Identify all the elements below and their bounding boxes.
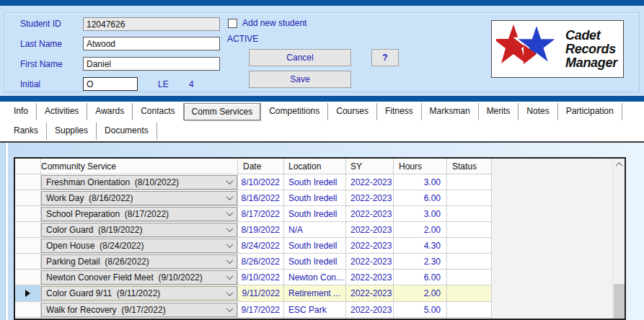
- row-selector-cell[interactable]: [15, 222, 41, 238]
- hours-cell[interactable]: 6.00: [394, 190, 447, 206]
- row-selector-cell[interactable]: [15, 254, 41, 270]
- tab-notes[interactable]: Notes: [519, 104, 557, 119]
- tab-competitions[interactable]: Competitions: [261, 104, 327, 119]
- tab-supplies[interactable]: Supplies: [47, 123, 96, 138]
- status-cell[interactable]: [447, 238, 492, 254]
- tab-info[interactable]: Info: [6, 104, 36, 119]
- status-cell[interactable]: [447, 302, 492, 318]
- last-name-field[interactable]: [83, 37, 220, 50]
- scrollbar-thumb[interactable]: [614, 284, 625, 320]
- help-button[interactable]: ?: [371, 49, 399, 66]
- status-cell[interactable]: [447, 206, 492, 222]
- service-combobox[interactable]: Freshman Orientation (8/10/2022): [41, 175, 237, 190]
- tab-merits[interactable]: Merits: [479, 104, 519, 119]
- hours-cell[interactable]: 2.00: [394, 285, 447, 302]
- combo-dropdown-button[interactable]: [223, 303, 237, 316]
- sy-cell[interactable]: 2022-2023: [346, 238, 394, 254]
- location-cell[interactable]: South Iredell: [284, 190, 346, 206]
- date-cell[interactable]: 8/10/2022: [238, 174, 284, 190]
- tab-comm-services[interactable]: Comm Services: [184, 103, 261, 120]
- combo-dropdown-button[interactable]: [223, 192, 237, 205]
- location-cell[interactable]: N/A: [284, 222, 346, 238]
- sy-cell[interactable]: 2022-2023: [346, 174, 394, 190]
- row-selector-cell[interactable]: [15, 174, 41, 190]
- tab-fitness[interactable]: Fitness: [377, 104, 421, 119]
- service-combobox[interactable]: Open House (8/24/2022): [41, 239, 237, 253]
- hours-cell[interactable]: 2.30: [394, 254, 447, 270]
- status-cell[interactable]: [447, 254, 492, 270]
- date-cell[interactable]: 8/19/2022: [238, 222, 284, 238]
- tab-contacts[interactable]: Contacts: [133, 104, 182, 119]
- community-service-grid: Community ServiceDateLocationSYHoursStat…: [14, 157, 626, 320]
- row-selector-cell[interactable]: [15, 285, 41, 302]
- service-combobox[interactable]: Parking Detail (8/26/2022): [41, 254, 237, 269]
- service-combobox[interactable]: Color Guard (8/19/2022): [41, 223, 237, 237]
- sy-cell[interactable]: 2022-2023: [346, 302, 394, 318]
- row-selector-cell[interactable]: [15, 302, 41, 318]
- add-new-student-checkbox[interactable]: [228, 19, 237, 28]
- tab-marksman[interactable]: Marksman: [422, 104, 478, 119]
- service-combobox[interactable]: Color Guard 9/11 (9/11/2022): [41, 286, 237, 301]
- student-id-field[interactable]: [83, 17, 220, 31]
- location-cell[interactable]: South Iredell: [284, 254, 346, 270]
- sy-cell[interactable]: 2022-2023: [346, 270, 394, 285]
- date-cell[interactable]: 8/16/2022: [238, 190, 284, 206]
- service-combobox[interactable]: Walk for Recovery (9/17/2022): [41, 303, 237, 317]
- combo-dropdown-button[interactable]: [223, 287, 237, 300]
- row-selector-cell[interactable]: [15, 238, 41, 254]
- status-cell[interactable]: [447, 190, 492, 206]
- service-combobox[interactable]: Work Day (8/16/2022): [41, 191, 237, 205]
- location-cell[interactable]: South Iredell: [284, 238, 346, 254]
- tab-activities[interactable]: Activities: [37, 104, 87, 119]
- scroll-up-button[interactable]: [613, 159, 625, 171]
- initial-field[interactable]: [83, 77, 138, 91]
- tab-ranks[interactable]: Ranks: [6, 123, 46, 138]
- row-selector-cell[interactable]: [15, 270, 41, 285]
- status-cell[interactable]: [447, 174, 492, 190]
- hours-cell[interactable]: 4.30: [394, 238, 447, 254]
- vertical-scrollbar[interactable]: [612, 159, 625, 319]
- hours-cell[interactable]: 3.00: [394, 174, 447, 190]
- save-button[interactable]: Save: [249, 71, 351, 88]
- hours-cell[interactable]: 3.00: [394, 206, 447, 222]
- sy-cell[interactable]: 2022-2023: [346, 254, 394, 270]
- location-cell[interactable]: South Iredell: [284, 174, 346, 190]
- status-cell[interactable]: [447, 285, 492, 302]
- date-cell[interactable]: 8/24/2022: [238, 238, 284, 254]
- location-cell[interactable]: Retirement ...: [284, 285, 346, 302]
- sy-cell[interactable]: 2022-2023: [346, 206, 394, 222]
- service-combobox[interactable]: Newton Conover Field Meet (9/10/2022): [41, 270, 237, 285]
- date-cell[interactable]: 9/17/2022: [238, 302, 284, 318]
- combo-dropdown-button[interactable]: [223, 223, 237, 236]
- combo-dropdown-button[interactable]: [223, 208, 237, 221]
- tab-awards[interactable]: Awards: [87, 104, 132, 119]
- date-cell[interactable]: 8/26/2022: [238, 254, 284, 270]
- cancel-button[interactable]: Cancel: [249, 49, 351, 66]
- service-combobox-value: School Preparation (8/17/2022): [42, 209, 223, 219]
- location-cell[interactable]: Newton Con...: [284, 270, 346, 285]
- tab-participation[interactable]: Participation: [558, 104, 622, 119]
- first-name-field[interactable]: [83, 57, 220, 71]
- date-cell[interactable]: 9/10/2022: [238, 270, 284, 285]
- hours-cell[interactable]: 2.00: [394, 222, 447, 238]
- combo-dropdown-button[interactable]: [223, 271, 237, 284]
- date-cell[interactable]: 8/17/2022: [238, 206, 284, 222]
- tab-documents[interactable]: Documents: [97, 123, 156, 138]
- hours-cell[interactable]: 6.00: [394, 270, 447, 285]
- row-selector-cell[interactable]: [15, 190, 41, 206]
- service-combobox[interactable]: School Preparation (8/17/2022): [41, 207, 237, 221]
- combo-dropdown-button[interactable]: [223, 239, 237, 252]
- sy-cell[interactable]: 2022-2023: [346, 190, 394, 206]
- status-cell[interactable]: [447, 270, 492, 285]
- date-cell[interactable]: 9/11/2022: [238, 285, 284, 302]
- location-cell[interactable]: South Iredell: [284, 206, 346, 222]
- sy-cell[interactable]: 2022-2023: [346, 222, 394, 238]
- location-cell[interactable]: ESC Park: [284, 302, 346, 318]
- row-selector-cell[interactable]: [15, 206, 41, 222]
- hours-cell[interactable]: 5.00: [394, 302, 447, 318]
- sy-cell[interactable]: 2022-2023: [346, 285, 394, 302]
- combo-dropdown-button[interactable]: [223, 255, 237, 268]
- tab-courses[interactable]: Courses: [328, 104, 376, 119]
- status-cell[interactable]: [447, 222, 492, 238]
- combo-dropdown-button[interactable]: [223, 176, 237, 189]
